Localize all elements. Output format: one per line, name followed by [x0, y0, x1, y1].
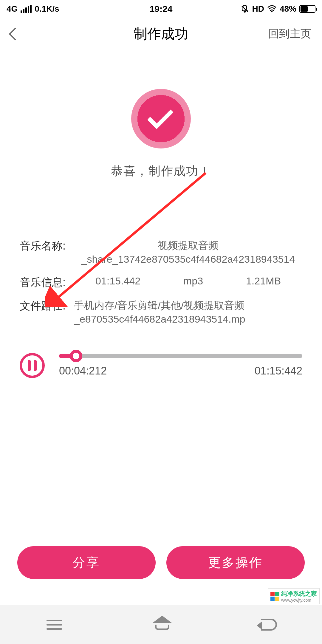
- progress-track[interactable]: [59, 354, 302, 358]
- file-info: 音乐名称: 视频提取音频_share_13742e870535c4f44682a…: [0, 239, 322, 326]
- network-speed: 0.1K/s: [35, 4, 59, 14]
- time-total: 01:15:442: [255, 365, 302, 377]
- meta-size: 1.21MB: [246, 275, 281, 287]
- status-left: 4G 0.1K/s: [7, 4, 59, 14]
- status-bar: 4G 0.1K/s 19:24 HD 48%: [0, 0, 322, 18]
- page-title: 制作成功: [134, 25, 188, 43]
- status-right: HD 48%: [240, 4, 316, 14]
- info-row-meta: 音乐信息: 01:15.442 mp3 1.21MB: [20, 275, 302, 290]
- network-type: 4G: [7, 4, 18, 14]
- meta-label: 音乐信息:: [20, 275, 66, 290]
- info-row-path: 文件路径: 手机内存/音乐剪辑/其他/视频提取音频_e870535c4f4468…: [20, 299, 302, 326]
- time-row: 00:04:212 01:15:442: [59, 365, 302, 377]
- success-message: 恭喜，制作成功！: [0, 163, 322, 179]
- path-value: 手机内存/音乐剪辑/其他/视频提取音频_e870535c4f44682a4231…: [74, 299, 302, 326]
- success-area: 恭喜，制作成功！: [0, 50, 322, 179]
- battery-icon: [299, 5, 315, 13]
- home-link[interactable]: 回到主页: [268, 27, 311, 41]
- progress-thumb[interactable]: [70, 350, 82, 362]
- track-wrap: 00:04:212 01:15:442: [59, 354, 302, 377]
- wifi-icon: [267, 5, 277, 13]
- nav-back-icon[interactable]: [261, 619, 277, 631]
- bottom-actions: 分享 更多操作: [0, 546, 322, 579]
- meta-format: mp3: [183, 275, 203, 287]
- watermark: 纯净系统之家 www.ycwjty.com: [268, 588, 320, 604]
- pause-button[interactable]: [20, 353, 45, 378]
- back-icon[interactable]: [9, 27, 21, 40]
- signal-icon: [21, 5, 32, 13]
- system-nav-bar: [0, 605, 322, 644]
- status-time: 19:24: [150, 4, 173, 14]
- name-value: 视频提取音频_share_13742e870535c4f44682a423189…: [74, 239, 302, 266]
- watermark-logo-icon: [270, 592, 279, 601]
- info-row-name: 音乐名称: 视频提取音频_share_13742e870535c4f44682a…: [20, 239, 302, 266]
- battery-percent: 48%: [280, 4, 296, 14]
- audio-player: 00:04:212 01:15:442: [0, 353, 322, 378]
- hd-label: HD: [252, 4, 264, 14]
- success-check-icon: [131, 89, 191, 148]
- watermark-url: www.ycwjty.com: [281, 598, 317, 603]
- nav-recents-icon[interactable]: [45, 615, 64, 634]
- mute-icon: [240, 4, 249, 13]
- share-button[interactable]: 分享: [17, 546, 156, 579]
- name-label: 音乐名称:: [20, 239, 66, 253]
- watermark-text: 纯净系统之家: [281, 590, 317, 597]
- more-actions-button[interactable]: 更多操作: [166, 546, 305, 579]
- meta-duration: 01:15.442: [95, 275, 140, 287]
- nav-home-icon[interactable]: [153, 617, 171, 632]
- time-current: 00:04:212: [59, 365, 107, 377]
- path-label: 文件路径:: [20, 299, 66, 313]
- app-header: 制作成功 回到主页: [0, 18, 322, 50]
- svg-point-1: [271, 11, 273, 13]
